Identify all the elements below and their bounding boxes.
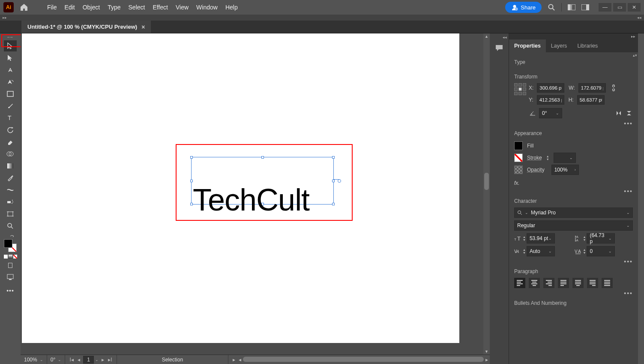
width-tool[interactable] [4,184,17,196]
tracking-input[interactable]: 0⌄ [587,246,615,256]
stroke-weight-input[interactable]: ⌄ [554,153,576,163]
link-wh-icon[interactable] [609,84,617,92]
handle-w[interactable] [190,180,193,182]
artboard-number[interactable]: 1 [83,356,94,364]
artboard-tool[interactable] [4,208,17,220]
handle-n[interactable] [261,156,264,159]
search-icon[interactable] [548,3,555,11]
handle-ne[interactable] [332,156,335,159]
minimize-button[interactable]: — [599,3,611,12]
reference-point-icon[interactable] [514,83,526,95]
workspace-icon[interactable] [581,4,589,10]
scroll-down-icon[interactable]: ▼ [483,349,490,355]
nav-next-icon[interactable]: ▸ [100,357,106,363]
appearance-more-icon[interactable]: ••• [514,188,633,195]
vertical-scrollbar[interactable]: ▲ ▼ [483,33,490,355]
kerning-stepper[interactable]: ▲▼ [523,248,526,254]
panel-expand-vert-icon[interactable]: ▴▾ [633,53,637,57]
w-input[interactable] [578,83,606,93]
transform-more-icon[interactable]: ••• [514,120,633,127]
toolbox-grip[interactable]: ┅┅ [7,35,13,39]
x-input[interactable] [537,83,564,93]
font-size-input[interactable]: 53.94 pt⌄ [527,233,555,244]
fx-button[interactable]: fx. [514,180,633,186]
home-icon[interactable] [20,3,28,11]
tab-properties[interactable]: Properties [509,39,546,52]
screen-mode-icon[interactable] [4,271,17,283]
selection-tool[interactable] [4,40,17,51]
shape-builder-tool[interactable] [4,148,17,159]
justify-right-button[interactable] [587,278,598,288]
paintbrush-tool[interactable] [4,100,17,111]
type-tool[interactable]: T [4,112,17,123]
h-input[interactable] [577,95,605,105]
opacity-label[interactable]: Opacity [527,167,545,173]
maximize-button[interactable]: ▭ [613,3,626,12]
mode-gradient[interactable] [9,255,12,259]
align-right-button[interactable] [543,278,554,288]
mode-color[interactable] [4,255,8,259]
menu-edit[interactable]: Edit [65,4,75,11]
handle-nw[interactable] [190,156,193,159]
document-tab[interactable]: Untitled-1* @ 100 % (CMYK/CPU Preview) × [21,21,151,33]
artboard-dropdown-icon[interactable]: ⌄ [95,358,99,362]
menu-help[interactable]: Help [225,4,238,11]
arrange-icon[interactable] [568,4,575,10]
character-more-icon[interactable]: ••• [514,258,633,265]
stroke-weight-stepper[interactable]: ▲▼ [546,155,549,161]
fill-stroke-swap[interactable] [4,234,17,252]
expand-right[interactable]: ◂◂ [637,15,641,20]
tab-close-icon[interactable]: × [141,24,145,30]
flip-h-icon[interactable] [615,109,623,117]
scroll-right-icon[interactable]: ▸ [484,357,490,363]
font-family-input[interactable]: ⌄Myriad Pro ⌄ [514,208,633,218]
fill-stroke-indicator[interactable] [4,239,17,252]
justify-left-button[interactable] [558,278,569,288]
menu-file[interactable]: File [47,4,57,11]
rotate-dropdown-icon[interactable]: ⌄ [58,358,61,362]
horizontal-scrollbar[interactable] [243,355,484,364]
menu-window[interactable]: Window [196,4,218,11]
stroke-label[interactable]: Stroke [527,155,542,161]
close-button[interactable]: ✕ [628,3,641,12]
zoom-tool[interactable] [4,220,17,232]
zoom-field[interactable]: 100% ⌄ [21,355,47,364]
font-style-input[interactable]: Regular⌄ [514,220,633,231]
paragraph-more-icon[interactable]: ••• [514,290,633,297]
status-prev-icon[interactable]: ◂ [237,357,243,363]
edit-toolbar-icon[interactable]: ••• [4,285,17,296]
tracking-stepper[interactable]: ▲▼ [583,248,586,254]
rectangle-tool[interactable] [4,88,17,99]
y-input[interactable] [537,95,564,105]
flip-v-icon[interactable] [625,109,633,117]
art-area[interactable]: TechCult [21,33,483,355]
comments-icon[interactable] [493,42,505,54]
zoom-dropdown-icon[interactable]: ⌄ [40,358,43,362]
draw-mode-row[interactable] [8,263,12,268]
status-next-icon[interactable]: ▸ [231,357,237,363]
share-button[interactable]: Share [505,2,542,13]
stroke-chip[interactable] [514,153,523,162]
leading-stepper[interactable]: ▲▼ [583,235,586,241]
menu-select[interactable]: Select [129,4,145,11]
menu-type[interactable]: Type [108,4,120,11]
pen-tool[interactable] [4,64,17,75]
nav-prev-icon[interactable]: ◂ [76,357,82,363]
menu-view[interactable]: View [176,4,189,11]
direct-selection-tool[interactable] [4,52,17,63]
curvature-tool[interactable] [4,76,17,87]
rotate-tool[interactable] [4,124,17,135]
eraser-tool[interactable] [4,136,17,147]
tab-layers[interactable]: Layers [546,39,572,52]
opacity-chip[interactable] [514,165,523,174]
scroll-up-icon[interactable]: ▲ [483,33,490,39]
font-size-stepper[interactable]: ▲▼ [523,235,526,241]
opacity-input[interactable]: 100%› [551,165,579,175]
scroll-h-thumb[interactable] [243,357,484,362]
nav-first-icon[interactable]: I◂ [69,357,75,363]
dock-expand-icon[interactable]: ◂◂ [490,35,509,39]
panel-collapse-icon[interactable]: ▸▸ [509,33,638,39]
align-center-button[interactable] [529,278,540,288]
mode-none[interactable] [13,255,17,259]
draw-normal[interactable] [8,263,12,268]
